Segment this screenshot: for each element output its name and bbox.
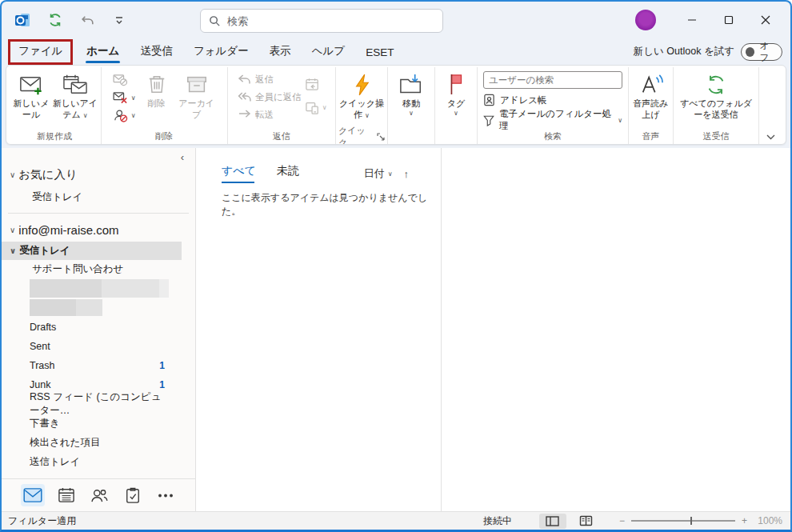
reply-button[interactable]: 返信 [238,74,302,86]
junk-button[interactable]: ∨ [113,89,136,106]
folder-inbox-selected[interactable]: ∨ 受信トレイ [2,242,182,260]
tab-eset[interactable]: ESET [355,42,404,65]
folder-trash[interactable]: Trash 1 [2,356,195,375]
folder-label: 下書き [30,417,60,430]
block-sender-button[interactable]: ∨ [113,106,136,124]
more-modules-icon[interactable] [154,484,178,506]
folder-support-inquiry[interactable]: サポート問い合わせ [2,260,195,278]
reading-view-icon[interactable] [573,514,600,529]
sort-direction-button[interactable]: ↑ [404,168,410,180]
tab-file[interactable]: ファイル [8,39,73,65]
group-label-new: 新規作成 [10,129,98,144]
find-user-field[interactable] [483,71,622,89]
redacted-folder-item[interactable] [30,279,169,298]
tab-send-receive[interactable]: 送受信 [130,39,183,65]
sort-by-dropdown[interactable]: 日付 ∨ [364,166,393,181]
main-area: ‹ ∨ お気に入り 受信トレイ ∨ info@mi-raise.com ∨ 受信… [2,148,790,511]
tab-home[interactable]: ホーム [76,39,130,65]
new-outlook-toggle[interactable]: オフ [741,43,782,61]
title-bar [2,2,790,38]
folder-recovered-items[interactable]: 検出された項目 [2,433,195,452]
filter-tab-unread[interactable]: 未読 [277,164,299,183]
filter-tab-all[interactable]: すべて [222,164,256,183]
titlebar-right [635,6,784,34]
chevron-down-icon: ∨ [10,170,15,179]
ribbon-group-speech: 音声読み上げ 音声 [628,67,673,144]
zoom-level-label[interactable]: 100% [754,515,782,526]
move-button[interactable]: 移動 ∨ [390,67,432,117]
collapse-folder-pane-button[interactable]: ‹ [2,148,195,162]
folder-rss[interactable]: RSS フィード (このコンピューター… [2,394,195,414]
favorites-header[interactable]: ∨ お気に入り [2,162,195,187]
mail-module-icon[interactable] [21,484,45,506]
send-receive-all-button[interactable]: すべてのフォルダーを送受信 [676,67,756,121]
address-book-button[interactable]: アドレス帳 [483,91,622,109]
account-label: info@mi-raise.com [18,223,118,237]
user-avatar[interactable] [635,10,656,30]
sidebar-divider [8,213,189,214]
quick-steps-button[interactable]: クイック操作 ∨ [338,67,385,121]
tab-view[interactable]: 表示 [259,39,302,65]
forward-button[interactable]: 転送 [238,109,302,121]
search-input[interactable] [227,15,434,27]
zoom-in-button[interactable]: + [742,515,747,526]
new-mail-button[interactable]: 新しいメール [10,67,52,121]
respond-small-buttons: ∨ [303,67,329,120]
read-aloud-button[interactable]: 音声読み上げ [631,67,670,121]
customize-toolbar-chevron-icon[interactable] [109,10,130,30]
folder-label: Junk [30,379,50,390]
close-button[interactable] [747,6,784,34]
connection-status: 接続中 [483,514,512,528]
search-box[interactable] [200,9,443,33]
folder-sent[interactable]: Sent [2,337,195,356]
redacted-folder-item[interactable] [30,299,102,316]
delete-button[interactable]: 削除 [138,67,176,110]
maximize-button[interactable] [710,6,747,34]
tags-button[interactable]: タグ ∨ [438,67,474,117]
archive-button[interactable]: アーカイブ [176,67,218,121]
ribbon-group-respond: 返信 全員に返信 転送 [227,67,335,144]
tasks-module-icon[interactable] [121,484,145,506]
toggle-knob [746,47,754,57]
folder-label: 受信トレイ [32,190,82,204]
people-module-icon[interactable] [87,484,111,506]
reply-all-button[interactable]: 全員に返信 [238,91,302,103]
chevron-down-icon: ∨ [10,246,16,255]
dialog-launcher-icon[interactable] [377,133,385,141]
chevron-down-icon: ∨ [454,110,458,117]
ribbon-collapse-button[interactable] [758,67,784,144]
folder-pane: ‹ ∨ お気に入り 受信トレイ ∨ info@mi-raise.com ∨ 受信… [2,148,196,511]
ignore-button[interactable] [113,71,136,89]
ribbon-group-find: アドレス帳 電子メールのフィルター処理 ∨ 検索 [477,67,628,144]
tab-help[interactable]: ヘルプ [302,39,355,65]
folder-drafts-jp[interactable]: 下書き [2,414,195,433]
zoom-slider[interactable] [631,520,735,522]
empty-list-message: ここに表示するアイテムは見つかりませんでした。 [222,191,441,218]
chevron-down-icon: ∨ [409,110,414,117]
favorites-inbox[interactable]: 受信トレイ [2,187,195,206]
find-user-input[interactable] [489,75,617,85]
folder-outbox[interactable]: 送信トレイ [2,452,195,471]
ribbon-group-tags: タグ ∨ [434,67,477,144]
group-label-delete: 削除 [104,129,225,144]
minimize-button[interactable] [674,6,710,34]
new-items-button[interactable]: 新しいアイテム ∨ [52,67,98,121]
chevron-down-icon: ∨ [83,112,88,119]
zoom-slider-thumb[interactable] [690,517,692,525]
meeting-button[interactable] [305,75,327,93]
undo-icon[interactable] [77,10,98,30]
chevron-down-icon: ∨ [388,170,393,178]
group-label-find: 検索 [480,129,626,144]
folder-drafts-en[interactable]: Drafts [2,318,195,337]
send-receive-quick-icon[interactable] [45,10,66,30]
tab-folder[interactable]: フォルダー [183,39,259,65]
account-header[interactable]: ∨ info@mi-raise.com [2,220,195,242]
more-respond-actions-button[interactable]: ∨ [305,98,327,116]
unread-count-badge: 1 [159,360,165,371]
zoom-out-button[interactable]: − [619,515,625,526]
tags-label: タグ [447,98,466,110]
normal-view-icon[interactable] [539,514,566,529]
calendar-module-icon[interactable] [54,484,78,506]
email-filter-button[interactable]: 電子メールのフィルター処理 ∨ [483,111,622,129]
filter-applied-label: フィルター適用 [8,514,76,528]
